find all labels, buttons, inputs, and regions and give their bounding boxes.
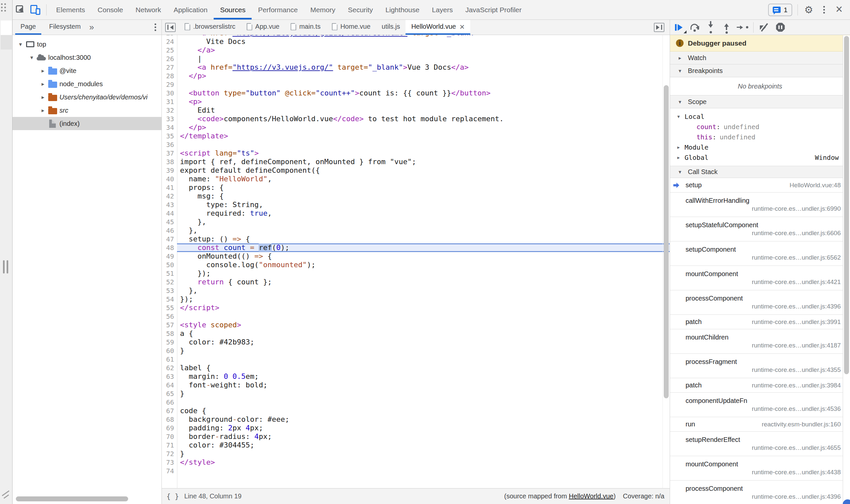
line-number[interactable]: 63 xyxy=(162,372,177,381)
code-text[interactable]: code { xyxy=(177,407,670,415)
code-text[interactable] xyxy=(177,467,670,475)
code-text[interactable]: name: "HelloWorld", xyxy=(177,175,670,183)
tree-item-src[interactable]: ▸src xyxy=(13,104,162,117)
tab-layers[interactable]: Layers xyxy=(426,0,459,19)
line-number[interactable]: 47 xyxy=(162,235,177,244)
section-breakpoints[interactable]: ▾ Breakpoints xyxy=(670,65,850,77)
section-watch[interactable]: ▸ Watch xyxy=(670,52,850,65)
code-text[interactable]: console.log("onmounted"); xyxy=(177,260,670,269)
scope-variable[interactable]: count: undefined xyxy=(697,122,850,132)
line-number[interactable]: 51 xyxy=(162,269,177,278)
code-text[interactable] xyxy=(177,398,670,407)
code-text[interactable]: <a href="https://vitejs.dev/guide/featur… xyxy=(177,35,670,37)
tab-javascript-profiler[interactable]: JavaScript Profiler xyxy=(459,0,528,19)
code-text[interactable]: <button type="button" @click="count++">c… xyxy=(177,89,670,97)
navigator-menu-button[interactable] xyxy=(155,23,156,31)
code-text[interactable]: </p> xyxy=(177,72,670,80)
line-number[interactable]: 54 xyxy=(162,295,177,304)
tab-application[interactable]: Application xyxy=(167,0,214,19)
line-number[interactable]: 31 xyxy=(162,97,177,106)
line-number[interactable]: 69 xyxy=(162,424,177,432)
line-number[interactable]: 60 xyxy=(162,346,177,355)
more-tabs-chevron[interactable]: » xyxy=(86,20,97,35)
file-tab-utils.js[interactable]: utils.js xyxy=(376,20,406,35)
line-number[interactable]: 74 xyxy=(162,467,177,475)
line-number[interactable]: 58 xyxy=(162,329,177,338)
line-number[interactable]: 43 xyxy=(162,200,177,209)
line-number[interactable]: 49 xyxy=(162,252,177,260)
editor-scrollbar-thumb[interactable] xyxy=(664,85,669,398)
code-text[interactable]: }, xyxy=(177,286,670,295)
code-text[interactable] xyxy=(177,80,670,89)
line-number[interactable]: 32 xyxy=(162,106,177,114)
code-text[interactable]: }, xyxy=(177,226,670,235)
line-number[interactable]: 40 xyxy=(162,175,177,183)
show-debugger-sidebar-button[interactable] xyxy=(654,23,665,32)
code-text[interactable]: padding: 2px 4px; xyxy=(177,424,670,432)
line-number[interactable]: 62 xyxy=(162,364,177,372)
line-number[interactable]: 37 xyxy=(162,149,177,158)
scope-module[interactable]: ▸ Module xyxy=(670,142,850,152)
line-number[interactable]: 24 xyxy=(162,37,177,46)
call-stack-frame-mountChildren[interactable]: mountChildrenruntime-core.es…undler.js:4… xyxy=(670,329,850,354)
line-number[interactable]: 45 xyxy=(162,218,177,226)
code-text[interactable]: msg: { xyxy=(177,192,670,200)
code-text[interactable]: | xyxy=(177,54,670,63)
resize-corner-icon[interactable] xyxy=(1,489,11,499)
line-number[interactable]: 34 xyxy=(162,123,177,132)
call-stack-frame-mountComponent[interactable]: mountComponentruntime-core.es…undler.js:… xyxy=(670,266,850,290)
code-text[interactable]: import { ref, defineComponent, onMounted… xyxy=(177,158,670,166)
splitter-handle-icon[interactable] xyxy=(3,260,8,273)
close-tab-icon[interactable]: × xyxy=(460,22,465,31)
tab-console[interactable]: Console xyxy=(91,0,129,19)
scope-local[interactable]: ▾ Local xyxy=(670,111,850,122)
line-number[interactable]: 44 xyxy=(162,209,177,218)
code-text[interactable]: }); xyxy=(177,295,670,304)
code-text[interactable]: <script lang="ts"> xyxy=(177,149,670,158)
tree-item-top[interactable]: ▾top xyxy=(13,38,162,51)
line-number[interactable]: 29 xyxy=(162,80,177,89)
code-text[interactable]: props: { xyxy=(177,183,670,192)
line-number[interactable]: 65 xyxy=(162,390,177,398)
tree-item-node-modules[interactable]: ▸node_modules xyxy=(13,77,162,90)
line-number[interactable]: 64 xyxy=(162,381,177,390)
code-text[interactable] xyxy=(177,312,670,321)
code-text[interactable]: } xyxy=(177,346,670,355)
line-number[interactable]: 33 xyxy=(162,114,177,123)
line-number[interactable]: 57 xyxy=(162,321,177,329)
file-tab-main.ts[interactable]: main.ts xyxy=(285,20,326,35)
line-number[interactable]: 70 xyxy=(162,432,177,441)
settings-button[interactable]: ⚙ xyxy=(801,2,816,18)
tab-filesystem[interactable]: Filesystem xyxy=(44,20,86,35)
code-text[interactable]: Vite Docs xyxy=(177,37,670,46)
line-number[interactable]: 35 xyxy=(162,132,177,140)
line-number[interactable]: 52 xyxy=(162,278,177,286)
line-number[interactable]: 46 xyxy=(162,226,177,235)
step-over-button[interactable] xyxy=(688,21,702,34)
line-number[interactable]: 72 xyxy=(162,450,177,458)
call-stack-frame-run[interactable]: runreactivity.esm-bundler.js:160 xyxy=(670,417,850,432)
page-splitter-strip[interactable] xyxy=(0,0,13,504)
line-number[interactable]: 61 xyxy=(162,355,177,364)
code-text[interactable]: border-radius: 4px; xyxy=(177,432,670,441)
line-number[interactable]: 66 xyxy=(162,398,177,407)
file-tab-helloworld.vue[interactable]: HelloWorld.vue× xyxy=(405,20,470,35)
call-stack-frame-processComponent[interactable]: processComponentruntime-core.es…undler.j… xyxy=(670,290,850,315)
code-text[interactable]: <a href="https://v3.vuejs.org/" target="… xyxy=(177,63,670,72)
line-number[interactable]: 67 xyxy=(162,407,177,415)
call-stack-frame-patch[interactable]: patchruntime-core.es…undler.js:3991 xyxy=(670,315,850,329)
section-call-stack[interactable]: ▾ Call Stack xyxy=(670,166,850,178)
code-text[interactable] xyxy=(177,140,670,149)
line-number[interactable]: 48 xyxy=(162,244,177,252)
code-text[interactable]: required: true, xyxy=(177,209,670,218)
tree-item-(index)[interactable]: (index) xyxy=(13,117,162,130)
code-text[interactable]: margin: 0 0.5em; xyxy=(177,372,670,381)
file-tab-.browserslistrc[interactable]: .browserslistrc xyxy=(179,20,241,35)
line-number[interactable]: 26 xyxy=(162,54,177,63)
code-text[interactable]: } xyxy=(177,390,670,398)
line-number[interactable]: 28 xyxy=(162,72,177,80)
issues-button[interactable]: 1 xyxy=(768,4,792,16)
more-options-button[interactable] xyxy=(816,2,832,18)
resume-button[interactable] xyxy=(672,21,686,34)
code-text[interactable]: <code>components/HelloWorld.vue</code> t… xyxy=(177,114,670,123)
